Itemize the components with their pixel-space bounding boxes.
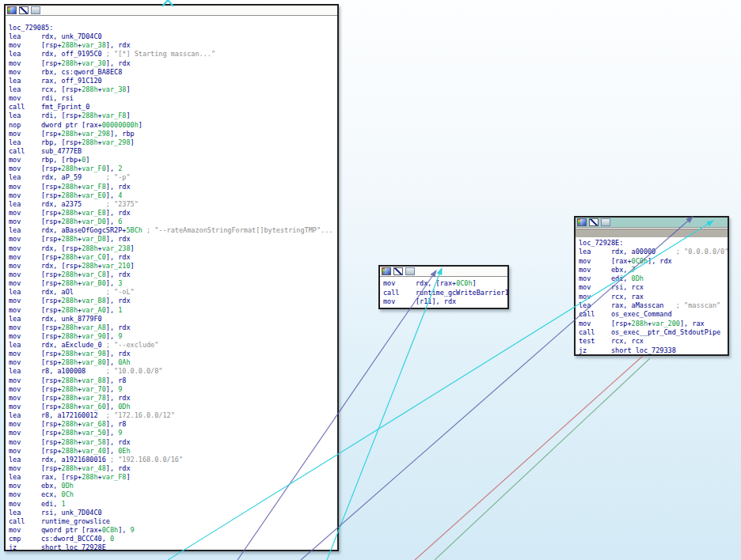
asm-line: mov [rsp+288h+var_B8], rdx <box>9 297 337 305</box>
asm-line: mov [rsp+288h+var_E0], 4 <box>9 191 337 200</box>
asm-line: mov [rsp+288h+var_48], rdx <box>9 464 337 473</box>
asm-line: lea rbp, [rsp+288h+var_298] <box>9 138 337 147</box>
asm-line: mov [rsp+288h+var_C8], rdx <box>9 271 337 279</box>
asm-line: call os_exec__ptr_Cmd_StdoutPipe <box>579 328 728 337</box>
asm-line: lea rax, [rsp+288h+var_F8] <box>9 473 337 482</box>
asm-line: mov [rsp+288h+var_298], rbp <box>9 130 337 138</box>
asm-line: lea rdx, a1921680016 ; "192.168.0.0/16" <box>9 456 337 464</box>
asm-line: mov [rax+0C0h], rdx <box>579 257 728 266</box>
edge-from-right-block-red <box>415 356 643 560</box>
asm-line: mov [rsp+288h+var_D0], 6 <box>9 218 337 226</box>
node-color-icon[interactable] <box>382 267 391 275</box>
asm-line: lea rdx, unk_7D04C0 <box>9 32 337 41</box>
node-selection-band <box>576 229 728 237</box>
asm-line: mov [rsp+288h+var_50], 9 <box>9 429 337 437</box>
asm-line: mov [rsp+288h+var_60], 0Dh <box>9 403 337 411</box>
asm-line: lea rax, off_91C120 <box>9 77 337 85</box>
asm-line: mov [rsp+288h+var_F0], 2 <box>9 165 337 173</box>
asm-line: loc_729085: <box>9 24 337 32</box>
asm-line: mov [rsp+288h+var_C0], rdx <box>9 253 337 262</box>
asm-line: mov ebx, 0Dh <box>9 482 337 490</box>
node-title-bar[interactable] <box>6 6 337 16</box>
asm-line: lea rdx, aBaseOfGogcSR2P+5BCh ; "--rateA… <box>9 226 337 235</box>
asm-line: lea rdx, aOl ; "-oL" <box>9 288 337 297</box>
asm-line: mov [rsp+288h+var_40], 0Eh <box>9 447 337 456</box>
asm-line: mov [rsp+288h+var_30], rdx <box>9 59 337 68</box>
asm-line: mov [rsp+288h+var_D8], rdx <box>9 235 337 244</box>
asm-line: cmp cs:dword_BCCC40, 0 <box>9 535 337 543</box>
asm-line: lea rdx, off_9195C0 ; "[*] Starting mass… <box>9 50 337 59</box>
edge-to-middle-block-cyan <box>327 268 442 560</box>
asm-line: mov rdi, rsi <box>9 94 337 103</box>
asm-line: mov [rsp+288h+var_E8], rdx <box>9 209 337 218</box>
asm-line: call runtime_growslice <box>9 517 337 526</box>
node-title-bar[interactable] <box>380 267 507 277</box>
asm-line: call os_exec_Command <box>579 310 728 319</box>
asm-line: lea r8, a100008 ; "10.0.0.0/8" <box>9 367 337 376</box>
node-color-icon[interactable] <box>577 218 587 226</box>
asm-line: mov edi, 0Dh <box>579 274 728 283</box>
edit-node-icon[interactable] <box>393 267 403 275</box>
asm-line: lea r8, a172160012 ; "172.16.0.0/12" <box>9 411 337 420</box>
asm-line: lea rdx, a00000 ; "0.0.0.0/0" <box>579 248 728 256</box>
asm-line: lea rdx, aExclude_0 ; "--exclude" <box>9 341 337 350</box>
asm-line: call sub_4777EB <box>9 147 337 156</box>
asm-line: mov ecx, 0Ch <box>9 490 337 499</box>
asm-line: mov [rsp+288h+var_88], r8 <box>9 376 337 385</box>
asm-line: test rcx, rcx <box>579 337 728 346</box>
asm-line: mov rdx, [rax+0C0h] <box>383 279 507 289</box>
asm-line: mov rsi, rcx <box>579 283 728 292</box>
asm-line: mov rdx, [rsp+288h+var_238] <box>9 244 337 253</box>
asm-line: call runtime_gcWriteBarrier1 <box>383 289 507 298</box>
asm-line: mov [rsp+288h+var_98], rdx <box>9 350 337 358</box>
asm-line: mov rcx, rax <box>579 293 728 301</box>
asm-line: mov [rsp+288h+var_90], 9 <box>9 332 337 341</box>
node-color-icon[interactable] <box>7 6 17 14</box>
asm-line: lea rdx, aP_59 ; "-p" <box>9 173 337 182</box>
asm-line: loc_72928E: <box>579 239 728 248</box>
asm-line: mov [rsp+288h+var_F8], rdx <box>9 183 337 191</box>
basic-block-gcwritebarrier[interactable]: mov rdx, [rax+0C0h]call runtime_gcWriteB… <box>378 265 509 309</box>
asm-line: mov ebx, 7 <box>579 266 728 274</box>
asm-line: lea rdx, a2375 ; "2375" <box>9 200 337 209</box>
basic-block-loc_729085[interactable]: loc_729085:lea rdx, unk_7D04C0mov [rsp+2… <box>4 4 339 551</box>
frame-node-icon[interactable] <box>31 6 40 14</box>
disassembly-listing[interactable]: loc_729085:lea rdx, unk_7D04C0mov [rsp+2… <box>6 16 337 552</box>
asm-line: mov [rsp+288h+var_80], 0Ah <box>9 358 337 367</box>
asm-line: mov edi, 1 <box>9 500 337 509</box>
asm-line: mov [rsp+288h+var_200], rax <box>579 320 728 328</box>
basic-block-loc_72928E[interactable]: loc_72928E:lea rdx, a00000 ; "0.0.0.0/0"… <box>574 216 729 356</box>
edit-node-icon[interactable] <box>19 6 28 14</box>
asm-line: mov [rsp+288h+var_58], rdx <box>9 438 337 447</box>
disassembly-listing[interactable]: loc_72928E:lea rdx, a00000 ; "0.0.0.0/0"… <box>576 237 728 355</box>
asm-line: mov [r11], rdx <box>383 297 507 307</box>
disassembly-listing[interactable]: mov rdx, [rax+0C0h]call runtime_gcWriteB… <box>380 277 507 307</box>
asm-line: lea rdx, unk_8779F0 <box>9 315 337 324</box>
asm-line: mov rbp, [rbp+0] <box>9 156 337 165</box>
asm-line: lea rax, aMasscan ; "masscan" <box>579 301 728 310</box>
asm-line: mov rdx, [rsp+288h+var_210] <box>9 262 337 271</box>
asm-line: mov [rsp+288h+var_68], r8 <box>9 420 337 429</box>
asm-line: nop dword ptr [rax+00000000h] <box>9 121 337 130</box>
asm-line: lea rdi, [rsp+288h+var_F8] <box>9 112 337 120</box>
asm-line: mov rbx, cs:qword_BA8EC8 <box>9 68 337 77</box>
node-title-bar[interactable] <box>576 218 728 228</box>
frame-node-icon[interactable] <box>601 218 610 226</box>
asm-line: lea rcx, [rsp+288h+var_38] <box>9 85 337 94</box>
asm-line: mov [rsp+288h+var_B0], 3 <box>9 279 337 288</box>
asm-line: mov [rsp+288h+var_78], rdx <box>9 394 337 403</box>
asm-line: mov [rsp+288h+var_70], 9 <box>9 385 337 394</box>
asm-line: mov [rsp+288h+var_38], rdx <box>9 41 337 50</box>
frame-node-icon[interactable] <box>405 267 415 275</box>
asm-line: jz short loc_72928E <box>9 543 337 552</box>
ida-graph-canvas[interactable]: { "app": "ida-graph-view", "colors": { "… <box>0 0 741 560</box>
asm-line: jz short loc_729338 <box>579 346 728 355</box>
edit-node-icon[interactable] <box>589 218 598 226</box>
asm-line: mov [rsp+288h+var_A8], rdx <box>9 324 337 332</box>
asm-line: mov qword ptr [rax+0C8h], 9 <box>9 526 337 535</box>
asm-line: call fmt_Fprint_0 <box>9 103 337 112</box>
asm-line: mov [rsp+288h+var_A0], 1 <box>9 306 337 315</box>
asm-line: lea rsi, unk_7D04C0 <box>9 509 337 517</box>
edge-from-right-block-green <box>435 358 650 560</box>
